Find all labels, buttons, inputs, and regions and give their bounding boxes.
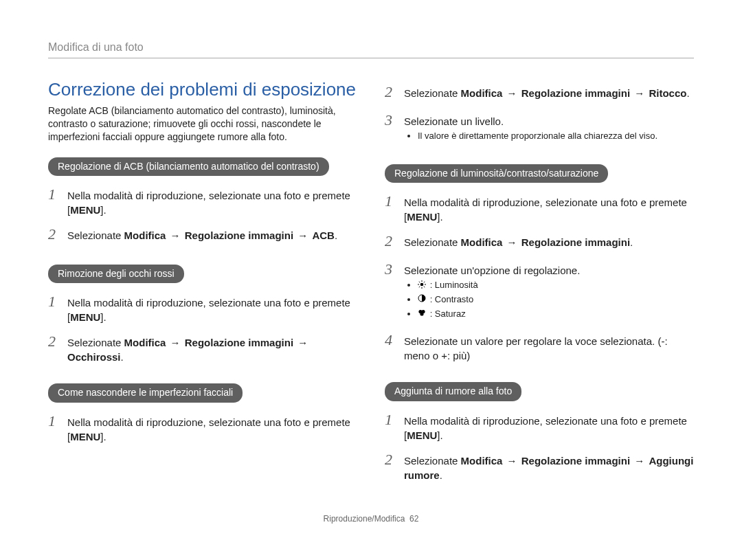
- step-number: 1: [385, 410, 397, 431]
- text: Selezionate: [404, 236, 461, 248]
- svg-line-7: [419, 287, 420, 287]
- text: Nella modalità di riproduzione, selezion…: [404, 197, 687, 223]
- menu-path: Modifica: [461, 455, 503, 467]
- left-column: Correzione dei problemi di esposizione R…: [48, 79, 357, 502]
- menu-path: Regolazione immagini: [521, 455, 630, 467]
- text: .: [686, 87, 689, 99]
- menu-path: Modifica: [461, 236, 503, 248]
- menu-button-label: MENU: [70, 431, 100, 443]
- menu-button-label: MENU: [407, 429, 437, 441]
- menu-path: Modifica: [124, 337, 166, 348]
- face-step-3: 3 Selezionate un livello. Il valore è di…: [385, 110, 694, 145]
- face-step-2: 2 Selezionate Modifica → Regolazione imm…: [385, 82, 694, 103]
- step-number: 2: [48, 331, 60, 352]
- footer-label: Riproduzione/Modifica: [324, 514, 405, 524]
- text: Nella modalità di riproduzione, selezion…: [67, 416, 350, 443]
- text: .: [121, 351, 124, 363]
- step-number: 1: [385, 191, 397, 212]
- svg-line-8: [424, 282, 425, 282]
- step-number: 1: [48, 291, 60, 313]
- breadcrumb: Modifica di una foto: [48, 41, 694, 58]
- arrow-icon: →: [293, 229, 312, 241]
- acb-step-2: 2 Selezionate Modifica → Regolazione imm…: [48, 224, 357, 245]
- text: Nella modalità di riproduzione, selezion…: [67, 297, 350, 323]
- bcs-pill: Regolazione di luminosità/contrasto/satu…: [385, 164, 608, 183]
- step-number: 2: [385, 82, 397, 103]
- face-section-cont: 2 Selezionate Modifica → Regolazione imm…: [385, 82, 694, 145]
- brightness-icon: [418, 280, 426, 292]
- document-page: Modifica di una foto Correzione dei prob…: [0, 0, 742, 544]
- svg-line-5: [419, 282, 420, 282]
- text: .: [440, 469, 442, 481]
- text: .: [630, 236, 633, 248]
- text: ].: [100, 204, 106, 216]
- redeye-section: Rimozione degli occhi rossi 1 Nella moda…: [48, 265, 357, 365]
- step-number: 3: [385, 259, 397, 280]
- step-number: 1: [48, 184, 60, 205]
- page-number: 62: [409, 514, 418, 524]
- redeye-pill: Rimozione degli occhi rossi: [48, 265, 184, 284]
- text: Selezionate: [67, 337, 124, 348]
- menu-button-label: MENU: [70, 204, 100, 216]
- bcs-option: : Contrasto: [418, 293, 694, 306]
- menu-path: Ritocco: [649, 87, 686, 99]
- menu-button-label: MENU: [407, 211, 437, 223]
- arrow-icon: →: [502, 87, 521, 99]
- arrow-icon: →: [630, 455, 649, 467]
- noise-step-2: 2 Selezionate Modifica → Regolazione imm…: [385, 449, 694, 482]
- bcs-step-1: 1 Nella modalità di riproduzione, selezi…: [385, 191, 694, 224]
- noise-step-1: 1 Nella modalità di riproduzione, selezi…: [385, 410, 694, 443]
- svg-point-0: [420, 282, 424, 286]
- step-number: 3: [385, 110, 397, 131]
- acb-step-1: 1 Nella modalità di riproduzione, selezi…: [48, 184, 357, 217]
- bcs-step-4: 4 Selezionate un valore per regolare la …: [385, 330, 694, 363]
- bcs-step-3: 3 Selezionate un'opzione di regolazione.…: [385, 259, 694, 323]
- text: Selezionate un livello.: [404, 115, 504, 127]
- step-number: 4: [385, 330, 397, 351]
- text: ].: [437, 429, 442, 441]
- step-number: 2: [385, 449, 397, 471]
- redeye-step-1: 1 Nella modalità di riproduzione, selezi…: [48, 291, 357, 324]
- bcs-section: Regolazione di luminosità/contrasto/satu…: [385, 164, 694, 363]
- menu-button-label: MENU: [70, 311, 100, 323]
- step-number: 2: [48, 224, 60, 245]
- menu-path: Modifica: [461, 87, 503, 99]
- noise-pill: Aggiunta di rumore alla foto: [385, 382, 521, 401]
- face-bullet: Il valore è direttamente proporzionale a…: [418, 130, 694, 142]
- text: Selezionate: [404, 87, 461, 99]
- noise-section: Aggiunta di rumore alla foto 1 Nella mod…: [385, 382, 694, 482]
- acb-section: Regolazione di ACB (bilanciamento automa…: [48, 157, 357, 245]
- text: Nella modalità di riproduzione, selezion…: [67, 190, 350, 216]
- face-pill: Come nascondere le imperfezioni facciali: [48, 383, 243, 403]
- two-column-layout: Correzione dei problemi di esposizione R…: [48, 79, 694, 502]
- bcs-option: : Saturaz: [418, 308, 694, 321]
- text: Selezionate: [404, 455, 461, 467]
- contrast-icon: [418, 293, 426, 306]
- arrow-icon: →: [502, 236, 521, 248]
- menu-path: Modifica: [124, 229, 166, 241]
- bcs-step-2: 2 Selezionate Modifica → Regolazione imm…: [385, 231, 694, 252]
- menu-path: Occhirossi: [67, 351, 121, 363]
- option-label: : Contrasto: [430, 294, 474, 304]
- acb-pill: Regolazione di ACB (bilanciamento automa…: [48, 157, 329, 177]
- text: Nella modalità di riproduzione, selezion…: [404, 415, 687, 441]
- text: .: [335, 229, 337, 241]
- step-number: 2: [385, 231, 397, 252]
- menu-path: Regolazione immagini: [521, 87, 630, 99]
- redeye-step-2: 2 Selezionate Modifica → Regolazione imm…: [48, 331, 357, 364]
- bcs-option: : Luminosità: [418, 279, 694, 292]
- arrow-icon: →: [166, 229, 184, 241]
- arrow-icon: →: [166, 337, 184, 348]
- right-column: 2 Selezionate Modifica → Regolazione imm…: [385, 79, 694, 502]
- text: ].: [100, 431, 106, 443]
- arrow-icon: →: [502, 455, 521, 467]
- page-footer: Riproduzione/Modifica 62: [48, 514, 694, 524]
- menu-path: ACB: [312, 229, 335, 241]
- arrow-icon: →: [630, 87, 649, 99]
- face-section: Come nascondere le imperfezioni facciali…: [48, 383, 357, 444]
- menu-path: Regolazione immagini: [185, 229, 293, 241]
- step-number: 1: [48, 411, 60, 432]
- svg-point-12: [420, 312, 423, 315]
- section-title: Correzione dei problemi di esposizione: [48, 79, 357, 100]
- text: Selezionate un valore per regolare la vo…: [404, 334, 694, 363]
